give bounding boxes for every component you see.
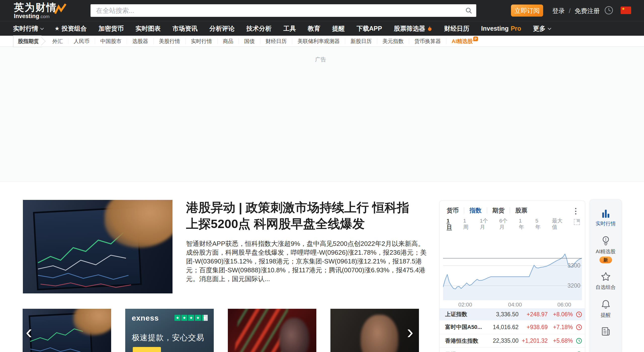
newspaper-icon bbox=[600, 326, 611, 336]
quote-row-sse[interactable]: 上证指数 3,336.50 +248.97 +8.06% bbox=[440, 308, 585, 320]
subnav-item-calendar[interactable]: 财经日历 bbox=[260, 38, 292, 44]
search-icon[interactable] bbox=[465, 7, 472, 14]
nav-item-education[interactable]: 教育 bbox=[308, 24, 320, 33]
nav-item-technical[interactable]: 技术分析 bbox=[246, 24, 272, 33]
nav-item-investingpro[interactable]: InvestingPro bbox=[481, 25, 521, 32]
face-graphic bbox=[361, 315, 398, 352]
carousel-thumb-4[interactable] bbox=[330, 309, 419, 352]
nav-item-tools[interactable]: 工具 bbox=[283, 24, 296, 33]
login-link[interactable]: 登录 bbox=[552, 7, 565, 15]
china-flag-icon[interactable]: ★ bbox=[621, 7, 631, 14]
rail-item-live-quotes[interactable]: 实时行情 bbox=[596, 208, 616, 227]
tab-currencies[interactable]: 货币 bbox=[447, 206, 459, 214]
star-icon: ★ bbox=[181, 315, 187, 321]
ad-slot: 广告 bbox=[0, 47, 644, 182]
subnav-item-us-stocks[interactable]: 美股行情 bbox=[153, 38, 185, 44]
star-icon: ★ bbox=[175, 315, 181, 321]
range-6m[interactable]: 6个月 bbox=[499, 217, 508, 230]
range-1w[interactable]: 1周 bbox=[463, 217, 468, 230]
carousel-next-button[interactable]: › bbox=[407, 322, 413, 341]
divider bbox=[487, 207, 487, 213]
quotes-list: 上证指数 3,336.50 +248.97 +8.06% 富时中国A50... … bbox=[440, 308, 585, 352]
market-hours-clock-icon[interactable] bbox=[604, 6, 614, 15]
search-input[interactable] bbox=[91, 4, 476, 17]
index-chart[interactable]: 33003200 bbox=[443, 250, 582, 300]
nav-item-portfolio[interactable]: ★投资组合 bbox=[55, 24, 87, 33]
x-tick: 04:00 bbox=[508, 301, 522, 308]
nav-item-stock-screener[interactable]: 股票筛选器 bbox=[394, 24, 432, 33]
subnav-item-rmb[interactable]: 人民币 bbox=[68, 38, 95, 44]
nav-item-alerts[interactable]: 提醒 bbox=[332, 24, 345, 33]
face-graphic bbox=[279, 318, 309, 352]
subnav-item-stock-picker[interactable]: 选股器 bbox=[127, 38, 153, 44]
register-link[interactable]: 免费注册 bbox=[575, 7, 600, 15]
secondary-navigation: 股指期货 外汇 人民币 中国股市 选股器 美股行情 实时行情 商品 国债 财经日… bbox=[0, 36, 644, 47]
screenshot-icon[interactable] bbox=[574, 219, 580, 225]
svg-text:3300: 3300 bbox=[568, 262, 580, 269]
tab-indices[interactable]: 指数 bbox=[469, 206, 482, 214]
rail-item-watchlist[interactable]: 自选组合 bbox=[596, 272, 616, 291]
carousel-thumb-3[interactable] bbox=[228, 309, 316, 352]
flame-icon bbox=[427, 25, 432, 32]
subnav-item-ipo-calendar[interactable]: 新股日历 bbox=[345, 38, 377, 44]
subnav-item-forex[interactable]: 外汇 bbox=[47, 38, 68, 44]
range-1y[interactable]: 1年 bbox=[519, 217, 524, 230]
x-tick: 06:00 bbox=[557, 301, 571, 308]
nav-item-news[interactable]: 市场资讯 bbox=[173, 24, 198, 33]
quick-access-rail: 实时行情 AI精选股 新 自选组合 提醒 bbox=[590, 199, 622, 352]
ad-cta-button[interactable] bbox=[133, 347, 161, 352]
divider bbox=[510, 207, 510, 213]
global-search bbox=[91, 4, 476, 17]
site-logo[interactable]: 英为财情 Investing.com bbox=[14, 2, 57, 20]
rail-item-alerts[interactable]: 提醒 bbox=[601, 299, 611, 319]
subnav-item-currency-converter[interactable]: 货币换算器 bbox=[409, 38, 446, 44]
rail-item-ai-picks[interactable]: AI精选股 新 bbox=[596, 236, 616, 263]
subscribe-button[interactable]: 立即订阅 bbox=[511, 5, 543, 17]
ad-label: 广告 bbox=[315, 56, 326, 63]
nav-item-analysis[interactable]: 分析评论 bbox=[209, 24, 235, 33]
nav-item-crypto[interactable]: 加密货币 bbox=[99, 24, 124, 33]
range-1d[interactable]: 1日 bbox=[447, 217, 452, 230]
range-1m[interactable]: 1个月 bbox=[480, 217, 488, 230]
tab-stocks[interactable]: 股票 bbox=[515, 206, 527, 214]
carousel-prev-button[interactable]: ‹ bbox=[26, 322, 32, 341]
subnav-item-live-quotes[interactable]: 实时行情 bbox=[185, 38, 217, 44]
svg-text:3200: 3200 bbox=[568, 282, 580, 289]
range-max[interactable]: 最大值 bbox=[552, 217, 563, 230]
article-title[interactable]: 港股异动 | 政策刺激市场持续上行 恒科指上探5200点 科网股早盘全线爆发 bbox=[186, 199, 412, 232]
tab-futures[interactable]: 期货 bbox=[492, 206, 504, 214]
logo-chinese-text: 英为财情 bbox=[14, 2, 57, 13]
subnav-item-fed-rate-monitor[interactable]: 美联储利率观测器 bbox=[292, 38, 345, 44]
subnav-item-china-stocks[interactable]: 中国股市 bbox=[95, 38, 127, 44]
quote-row-hang-seng[interactable]: 香港恒生指数 22,335.00 +1,201.32 +5.68% bbox=[440, 334, 585, 347]
range-5y[interactable]: 5年 bbox=[535, 217, 541, 230]
top-bar: 英为财情 Investing.com 立即订阅 登录 / 免费注册 ★ bbox=[0, 0, 644, 21]
subnav-item-dollar-index[interactable]: 美元指数 bbox=[377, 38, 409, 44]
x-tick: 02:00 bbox=[458, 301, 472, 308]
subnav-item-commodities[interactable]: 商品 bbox=[217, 38, 239, 44]
article-summary: 智通财经APP获悉，恒科指数大涨超9%，盘中高见5200点创2022年2月以来新… bbox=[186, 239, 429, 283]
nav-item-markets[interactable]: 实时行情 bbox=[13, 24, 43, 33]
subnav-item-bonds[interactable]: 国债 bbox=[239, 38, 260, 44]
quote-row-nikkei-225[interactable]: 日经225 37,958.50 -703.36 -1.81% bbox=[440, 347, 585, 352]
carousel-thumb-exness-ad[interactable]: exness ★ ★ ★ ★ ★ 极速提款，安心交易 bbox=[125, 309, 214, 352]
auth-links: 登录 / 免费注册 bbox=[552, 7, 600, 15]
nav-item-more[interactable]: 更多 bbox=[533, 24, 550, 33]
nav-item-download-app[interactable]: 下载APP bbox=[357, 24, 382, 33]
index-chart-svg: 33003200 bbox=[443, 250, 582, 300]
nav-item-charts[interactable]: 实时图表 bbox=[136, 24, 161, 33]
new-badge: 新 bbox=[599, 256, 612, 263]
article-image[interactable] bbox=[23, 200, 173, 293]
nav-item-calendar[interactable]: 财经日历 bbox=[444, 24, 469, 33]
subnav-item-ai-picks[interactable]: AI精选股P bbox=[446, 38, 483, 44]
subnav-item-index-futures[interactable]: 股指期货 bbox=[13, 35, 41, 47]
quotes-panel: 货币 指数 期货 股票 1日 1周 1个月 6个月 1年 5年 最大值 3300… bbox=[439, 201, 585, 352]
chart-range-selector: 1日 1周 1个月 6个月 1年 5年 最大值 bbox=[447, 217, 580, 230]
star-icon: ★ bbox=[188, 315, 194, 321]
quote-row-ftse-china-a50[interactable]: 富时中国A50... 14,016.62 +938.69 +7.18% bbox=[440, 320, 585, 334]
rail-item-news[interactable] bbox=[600, 326, 611, 336]
carousel-thumb-1[interactable] bbox=[23, 309, 111, 352]
clock-icon bbox=[573, 351, 582, 352]
more-options-icon[interactable] bbox=[572, 207, 579, 215]
star-icon: ★ bbox=[195, 315, 201, 321]
